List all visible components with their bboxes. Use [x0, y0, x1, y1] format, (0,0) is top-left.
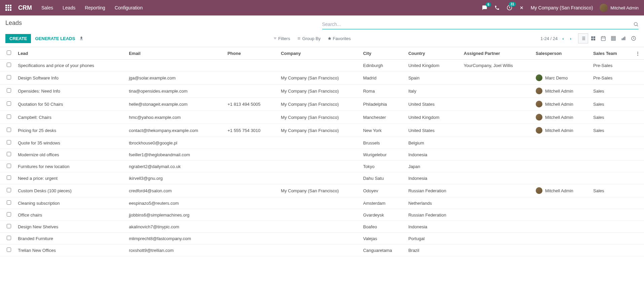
col-country[interactable]: Country	[406, 47, 461, 60]
graph-view-icon[interactable]	[618, 33, 629, 43]
cell-partner	[461, 209, 533, 221]
apps-menu-icon[interactable]	[5, 5, 11, 11]
cell-country: Russian Federation	[406, 184, 461, 197]
col-team[interactable]: Sales Team	[591, 47, 632, 60]
pager-next-icon[interactable]: ›	[569, 35, 573, 42]
cell-email: eespinazo5@reuters.com	[126, 197, 225, 209]
cell-phone	[225, 85, 278, 98]
company-selector[interactable]: My Company (San Francisco)	[531, 5, 593, 10]
groupby-button[interactable]: Group By	[297, 36, 321, 41]
row-checkbox[interactable]	[7, 200, 11, 205]
row-checkbox[interactable]	[7, 63, 11, 67]
row-checkbox[interactable]	[7, 248, 11, 252]
table-row[interactable]: Design New Shelvesakalinovich7@tinypic.c…	[0, 221, 644, 233]
table-row[interactable]: Quotation for 50 Chairshelle@stonageit.e…	[0, 98, 644, 111]
create-button[interactable]: CREATE	[5, 34, 31, 43]
row-checkbox[interactable]	[7, 101, 11, 106]
user-menu[interactable]: Mitchell Admin	[600, 4, 639, 12]
close-icon[interactable]	[519, 5, 524, 10]
row-checkbox[interactable]	[7, 88, 11, 93]
nav-item-reporting[interactable]: Reporting	[85, 5, 105, 10]
row-checkbox[interactable]	[7, 75, 11, 79]
app-brand[interactable]: CRM	[18, 4, 32, 11]
favorites-button[interactable]: Favorites	[328, 36, 351, 41]
row-checkbox[interactable]	[7, 188, 11, 192]
table-row[interactable]: Pricing for 25 deskscontact@thekompany.e…	[0, 124, 644, 137]
cell-lead: Need a price: urgent	[15, 172, 126, 184]
messages-icon[interactable]: 6	[482, 5, 488, 10]
cell-team: Sales	[591, 184, 632, 197]
nav-item-leads[interactable]: Leads	[63, 5, 75, 10]
row-checkbox[interactable]	[7, 152, 11, 156]
table-row[interactable]: Campbell: Chairshmc@yahoo.example.comMy …	[0, 111, 644, 124]
cell-country: Indonesia	[406, 149, 461, 161]
cell-email: ngrabert2@dailymail.co.uk	[126, 161, 225, 172]
table-row[interactable]: Opensides: Need Infotina@opensides.examp…	[0, 85, 644, 98]
generate-leads-button[interactable]: GENERATE LEADS	[35, 36, 75, 41]
table-row[interactable]: Modernize old officesfseiller1@theglobea…	[0, 149, 644, 161]
cell-salesperson	[533, 221, 591, 233]
table-row[interactable]: Trelian New Officesroxshott9@trellian.co…	[0, 244, 644, 256]
col-salesperson[interactable]: Salesperson	[533, 47, 591, 60]
row-checkbox[interactable]	[7, 224, 11, 228]
list-view-icon[interactable]	[578, 33, 588, 43]
cell-email: fseiller1@theglobeandmail.com	[126, 149, 225, 161]
cell-country: Belgium	[406, 137, 461, 149]
cell-city: Roma	[361, 85, 406, 98]
cell-city: Amsterdam	[361, 197, 406, 209]
cell-team	[591, 244, 632, 256]
cell-team	[591, 161, 632, 172]
column-options-icon[interactable]: ⋮	[632, 47, 644, 60]
search-icon[interactable]	[633, 22, 639, 27]
cell-salesperson: Marc Demo	[533, 71, 591, 85]
salesperson-name: Mitchell Admin	[545, 115, 573, 120]
table-row[interactable]: Furnitures for new locationngrabert2@dai…	[0, 161, 644, 172]
table-row[interactable]: Specifications and price of your phonesE…	[0, 60, 644, 71]
activities-icon[interactable]: 31	[506, 5, 513, 11]
kanban-view-icon[interactable]	[588, 33, 598, 43]
download-icon[interactable]	[79, 36, 84, 41]
table-row[interactable]: Custom Desks (100 pieces)credford4@salon…	[0, 184, 644, 197]
col-partner[interactable]: Assigned Partner	[461, 47, 533, 60]
row-checkbox[interactable]	[7, 128, 11, 132]
cell-partner	[461, 85, 533, 98]
pager-range[interactable]: 1-24 / 24	[540, 36, 558, 41]
row-checkbox[interactable]	[7, 212, 11, 217]
user-name: Mitchell Admin	[610, 5, 639, 10]
row-checkbox[interactable]	[7, 140, 11, 144]
cell-team: Pre-Sales	[591, 71, 632, 85]
table-row[interactable]: Cleaning subscriptioneespinazo5@reuters.…	[0, 197, 644, 209]
table-row[interactable]: Need a price: urgentikirvell3@gnu.orgDah…	[0, 172, 644, 184]
row-checkbox[interactable]	[7, 164, 11, 168]
pivot-view-icon[interactable]	[608, 33, 618, 43]
cell-email: ikirvell3@gnu.org	[126, 172, 225, 184]
cell-salesperson: Mitchell Admin	[533, 124, 591, 137]
col-email[interactable]: Email	[126, 47, 225, 60]
table-row[interactable]: Quote for 35 windowstbrockhouse0@google.…	[0, 137, 644, 149]
nav-item-configuration[interactable]: Configuration	[115, 5, 143, 10]
nav-item-sales[interactable]: Sales	[41, 5, 53, 10]
pager-prev-icon[interactable]: ‹	[561, 35, 565, 42]
calendar-view-icon[interactable]	[598, 33, 608, 43]
cell-phone	[225, 161, 278, 172]
table-row[interactable]: Branded Furnituremlimprecht8@fastcompany…	[0, 233, 644, 244]
activity-view-icon[interactable]	[629, 33, 639, 43]
filters-button[interactable]: Filters	[273, 36, 290, 41]
row-checkbox[interactable]	[7, 236, 11, 240]
cell-team	[591, 197, 632, 209]
col-city[interactable]: City	[361, 47, 406, 60]
search-bar[interactable]	[322, 20, 639, 29]
cell-email: contact@thekompany.example.com	[126, 124, 225, 137]
search-input[interactable]	[322, 20, 634, 28]
col-company[interactable]: Company	[278, 47, 360, 60]
cell-lead: Custom Desks (100 pieces)	[15, 184, 126, 197]
table-row[interactable]: Office chairsjjobbins6@simplemachines.or…	[0, 209, 644, 221]
row-checkbox[interactable]	[7, 175, 11, 180]
salesperson-avatar-icon	[536, 187, 542, 194]
col-phone[interactable]: Phone	[225, 47, 278, 60]
phone-icon[interactable]	[494, 5, 500, 10]
col-lead[interactable]: Lead	[15, 47, 126, 60]
row-checkbox[interactable]	[7, 114, 11, 119]
table-row[interactable]: Design Software Infojga@solar.example.co…	[0, 71, 644, 85]
select-all-checkbox[interactable]	[7, 51, 11, 55]
